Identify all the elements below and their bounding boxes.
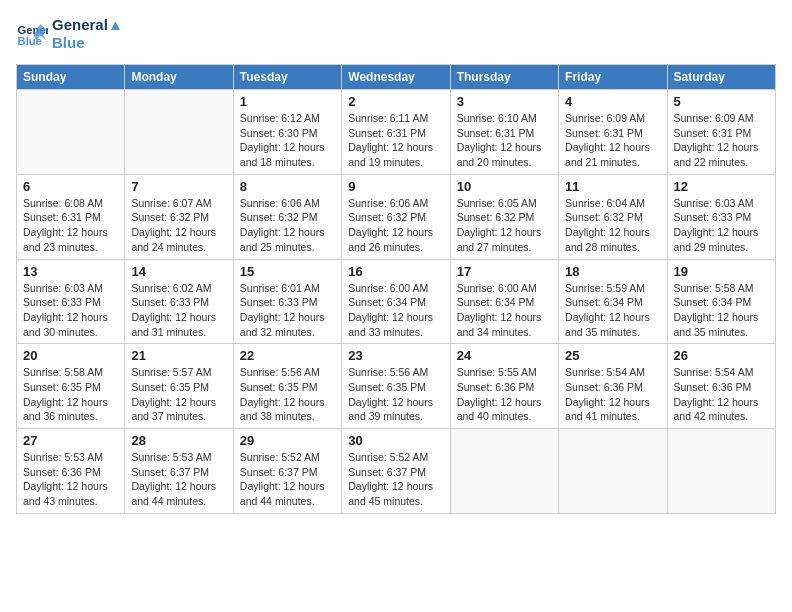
day-info: Sunrise: 6:05 AM Sunset: 6:32 PM Dayligh… [457, 196, 552, 255]
day-info: Sunrise: 5:53 AM Sunset: 6:37 PM Dayligh… [131, 450, 226, 509]
calendar-cell: 7Sunrise: 6:07 AM Sunset: 6:32 PM Daylig… [125, 174, 233, 259]
calendar-cell: 8Sunrise: 6:06 AM Sunset: 6:32 PM Daylig… [233, 174, 341, 259]
day-info: Sunrise: 5:53 AM Sunset: 6:36 PM Dayligh… [23, 450, 118, 509]
logo-subtext: Blue [52, 34, 123, 52]
day-number: 17 [457, 264, 552, 279]
day-number: 9 [348, 179, 443, 194]
day-info: Sunrise: 6:01 AM Sunset: 6:33 PM Dayligh… [240, 281, 335, 340]
calendar-cell: 27Sunrise: 5:53 AM Sunset: 6:36 PM Dayli… [17, 429, 125, 514]
day-info: Sunrise: 5:54 AM Sunset: 6:36 PM Dayligh… [565, 365, 660, 424]
day-info: Sunrise: 6:03 AM Sunset: 6:33 PM Dayligh… [674, 196, 769, 255]
calendar-cell: 25Sunrise: 5:54 AM Sunset: 6:36 PM Dayli… [559, 344, 667, 429]
calendar-cell: 10Sunrise: 6:05 AM Sunset: 6:32 PM Dayli… [450, 174, 558, 259]
day-info: Sunrise: 5:59 AM Sunset: 6:34 PM Dayligh… [565, 281, 660, 340]
day-info: Sunrise: 6:04 AM Sunset: 6:32 PM Dayligh… [565, 196, 660, 255]
day-number: 21 [131, 348, 226, 363]
calendar-cell: 13Sunrise: 6:03 AM Sunset: 6:33 PM Dayli… [17, 259, 125, 344]
day-number: 20 [23, 348, 118, 363]
week-row-3: 13Sunrise: 6:03 AM Sunset: 6:33 PM Dayli… [17, 259, 776, 344]
logo-text: General▲ [52, 16, 123, 34]
day-info: Sunrise: 6:12 AM Sunset: 6:30 PM Dayligh… [240, 111, 335, 170]
day-info: Sunrise: 6:07 AM Sunset: 6:32 PM Dayligh… [131, 196, 226, 255]
day-info: Sunrise: 6:10 AM Sunset: 6:31 PM Dayligh… [457, 111, 552, 170]
page-header: General Blue General▲ Blue [16, 16, 776, 52]
day-number: 30 [348, 433, 443, 448]
calendar-cell: 12Sunrise: 6:03 AM Sunset: 6:33 PM Dayli… [667, 174, 775, 259]
day-info: Sunrise: 6:11 AM Sunset: 6:31 PM Dayligh… [348, 111, 443, 170]
day-number: 2 [348, 94, 443, 109]
day-info: Sunrise: 6:02 AM Sunset: 6:33 PM Dayligh… [131, 281, 226, 340]
day-info: Sunrise: 5:55 AM Sunset: 6:36 PM Dayligh… [457, 365, 552, 424]
week-row-5: 27Sunrise: 5:53 AM Sunset: 6:36 PM Dayli… [17, 429, 776, 514]
day-number: 1 [240, 94, 335, 109]
calendar-cell: 1Sunrise: 6:12 AM Sunset: 6:30 PM Daylig… [233, 90, 341, 175]
week-row-4: 20Sunrise: 5:58 AM Sunset: 6:35 PM Dayli… [17, 344, 776, 429]
header-cell-wednesday: Wednesday [342, 65, 450, 90]
calendar-cell: 5Sunrise: 6:09 AM Sunset: 6:31 PM Daylig… [667, 90, 775, 175]
calendar-cell: 15Sunrise: 6:01 AM Sunset: 6:33 PM Dayli… [233, 259, 341, 344]
calendar-cell: 20Sunrise: 5:58 AM Sunset: 6:35 PM Dayli… [17, 344, 125, 429]
calendar-cell: 14Sunrise: 6:02 AM Sunset: 6:33 PM Dayli… [125, 259, 233, 344]
day-number: 3 [457, 94, 552, 109]
day-info: Sunrise: 5:54 AM Sunset: 6:36 PM Dayligh… [674, 365, 769, 424]
calendar-cell [667, 429, 775, 514]
calendar-cell [559, 429, 667, 514]
calendar-cell: 18Sunrise: 5:59 AM Sunset: 6:34 PM Dayli… [559, 259, 667, 344]
day-number: 10 [457, 179, 552, 194]
calendar-cell [17, 90, 125, 175]
day-info: Sunrise: 5:56 AM Sunset: 6:35 PM Dayligh… [348, 365, 443, 424]
day-number: 4 [565, 94, 660, 109]
calendar-cell [125, 90, 233, 175]
day-number: 29 [240, 433, 335, 448]
calendar-cell: 29Sunrise: 5:52 AM Sunset: 6:37 PM Dayli… [233, 429, 341, 514]
day-number: 12 [674, 179, 769, 194]
calendar-cell: 24Sunrise: 5:55 AM Sunset: 6:36 PM Dayli… [450, 344, 558, 429]
day-number: 19 [674, 264, 769, 279]
calendar-cell: 3Sunrise: 6:10 AM Sunset: 6:31 PM Daylig… [450, 90, 558, 175]
logo: General Blue General▲ Blue [16, 16, 123, 52]
day-info: Sunrise: 5:57 AM Sunset: 6:35 PM Dayligh… [131, 365, 226, 424]
day-number: 23 [348, 348, 443, 363]
calendar-cell: 17Sunrise: 6:00 AM Sunset: 6:34 PM Dayli… [450, 259, 558, 344]
logo-icon: General Blue [16, 18, 48, 50]
day-number: 13 [23, 264, 118, 279]
header-cell-friday: Friday [559, 65, 667, 90]
day-number: 25 [565, 348, 660, 363]
day-info: Sunrise: 5:52 AM Sunset: 6:37 PM Dayligh… [240, 450, 335, 509]
day-number: 8 [240, 179, 335, 194]
header-cell-tuesday: Tuesday [233, 65, 341, 90]
calendar-cell [450, 429, 558, 514]
header-row: SundayMondayTuesdayWednesdayThursdayFrid… [17, 65, 776, 90]
calendar-cell: 28Sunrise: 5:53 AM Sunset: 6:37 PM Dayli… [125, 429, 233, 514]
calendar-cell: 4Sunrise: 6:09 AM Sunset: 6:31 PM Daylig… [559, 90, 667, 175]
header-cell-monday: Monday [125, 65, 233, 90]
calendar-cell: 9Sunrise: 6:06 AM Sunset: 6:32 PM Daylig… [342, 174, 450, 259]
day-info: Sunrise: 6:09 AM Sunset: 6:31 PM Dayligh… [674, 111, 769, 170]
day-number: 22 [240, 348, 335, 363]
calendar-table: SundayMondayTuesdayWednesdayThursdayFrid… [16, 64, 776, 514]
calendar-cell: 16Sunrise: 6:00 AM Sunset: 6:34 PM Dayli… [342, 259, 450, 344]
day-number: 16 [348, 264, 443, 279]
calendar-cell: 2Sunrise: 6:11 AM Sunset: 6:31 PM Daylig… [342, 90, 450, 175]
calendar-cell: 21Sunrise: 5:57 AM Sunset: 6:35 PM Dayli… [125, 344, 233, 429]
day-info: Sunrise: 6:06 AM Sunset: 6:32 PM Dayligh… [240, 196, 335, 255]
calendar-cell: 19Sunrise: 5:58 AM Sunset: 6:34 PM Dayli… [667, 259, 775, 344]
calendar-header: SundayMondayTuesdayWednesdayThursdayFrid… [17, 65, 776, 90]
day-number: 5 [674, 94, 769, 109]
calendar-cell: 22Sunrise: 5:56 AM Sunset: 6:35 PM Dayli… [233, 344, 341, 429]
header-cell-saturday: Saturday [667, 65, 775, 90]
day-number: 26 [674, 348, 769, 363]
calendar-cell: 11Sunrise: 6:04 AM Sunset: 6:32 PM Dayli… [559, 174, 667, 259]
day-info: Sunrise: 5:58 AM Sunset: 6:35 PM Dayligh… [23, 365, 118, 424]
day-info: Sunrise: 6:00 AM Sunset: 6:34 PM Dayligh… [348, 281, 443, 340]
calendar-cell: 30Sunrise: 5:52 AM Sunset: 6:37 PM Dayli… [342, 429, 450, 514]
day-info: Sunrise: 6:06 AM Sunset: 6:32 PM Dayligh… [348, 196, 443, 255]
day-info: Sunrise: 5:56 AM Sunset: 6:35 PM Dayligh… [240, 365, 335, 424]
day-info: Sunrise: 6:03 AM Sunset: 6:33 PM Dayligh… [23, 281, 118, 340]
day-info: Sunrise: 6:08 AM Sunset: 6:31 PM Dayligh… [23, 196, 118, 255]
calendar-cell: 26Sunrise: 5:54 AM Sunset: 6:36 PM Dayli… [667, 344, 775, 429]
calendar-cell: 23Sunrise: 5:56 AM Sunset: 6:35 PM Dayli… [342, 344, 450, 429]
header-cell-thursday: Thursday [450, 65, 558, 90]
week-row-2: 6Sunrise: 6:08 AM Sunset: 6:31 PM Daylig… [17, 174, 776, 259]
day-info: Sunrise: 6:09 AM Sunset: 6:31 PM Dayligh… [565, 111, 660, 170]
